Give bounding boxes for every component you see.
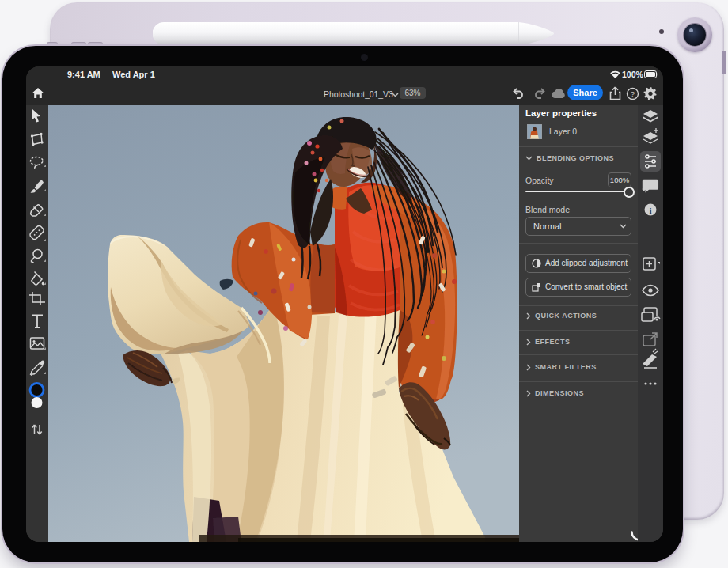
svg-text:i: i — [649, 206, 651, 215]
svg-text:?: ? — [631, 89, 635, 98]
